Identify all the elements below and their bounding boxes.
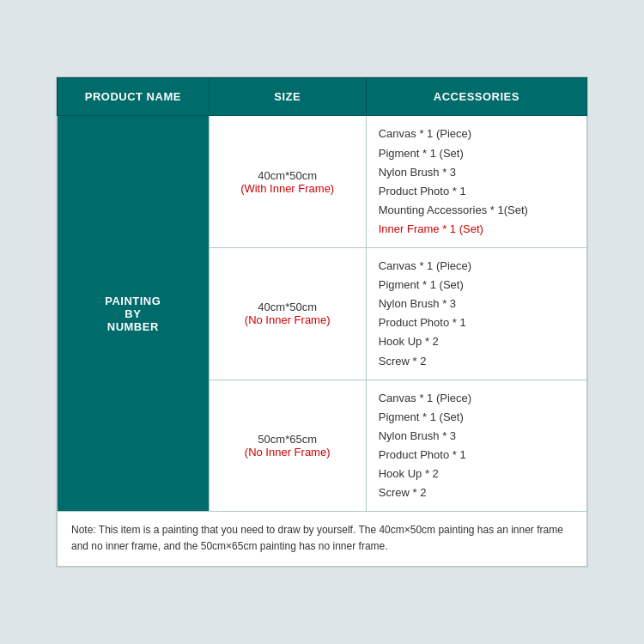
acc-item: Canvas * 1 (Piece) xyxy=(379,259,471,272)
size-main-1: 40cm*50cm xyxy=(222,169,354,182)
acc-item: Pigment * 1 (Set) xyxy=(379,147,464,160)
accessories-cell-3: Canvas * 1 (Piece) Pigment * 1 (Set) Nyl… xyxy=(366,380,586,512)
product-table-wrapper: PRODUCT NAME SIZE ACCESSORIES PAINTINGBY… xyxy=(56,76,588,567)
size-cell-2: 40cm*50cm (No Inner Frame) xyxy=(209,248,366,380)
size-note-1: (With Inner Frame) xyxy=(222,182,354,195)
acc-item: Hook Up * 2 xyxy=(379,467,439,480)
accessories-cell-2: Canvas * 1 (Piece) Pigment * 1 (Set) Nyl… xyxy=(366,248,586,380)
size-cell-3: 50cm*65cm (No Inner Frame) xyxy=(209,380,366,512)
acc-item: Product Photo * 1 xyxy=(379,316,466,329)
size-main-2: 40cm*50cm xyxy=(222,301,354,313)
header-size: SIZE xyxy=(209,78,366,116)
note-cell: Note: This item is a painting that you n… xyxy=(58,512,587,566)
size-main-3: 50cm*65cm xyxy=(222,433,354,446)
acc-item: Product Photo * 1 xyxy=(379,448,466,461)
acc-item: Pigment * 1 (Set) xyxy=(379,278,464,291)
header-product-name: PRODUCT NAME xyxy=(58,78,210,116)
product-table: PRODUCT NAME SIZE ACCESSORIES PAINTINGBY… xyxy=(57,77,587,566)
size-cell-1: 40cm*50cm (With Inner Frame) xyxy=(209,116,366,248)
size-note-3: (No Inner Frame) xyxy=(222,446,354,459)
acc-item: Screw * 2 xyxy=(379,486,427,499)
acc-item: Product Photo * 1 xyxy=(379,185,466,197)
acc-item: Pigment * 1 (Set) xyxy=(379,410,464,423)
header-accessories: ACCESSORIES xyxy=(366,78,586,116)
acc-item-red: Inner Frame * 1 (Set) xyxy=(379,222,483,235)
size-note-2: (No Inner Frame) xyxy=(222,313,354,326)
product-name-cell: PAINTINGBYNUMBER xyxy=(58,116,210,512)
table-row: PAINTINGBYNUMBER 40cm*50cm (With Inner F… xyxy=(58,116,587,248)
note-row: Note: This item is a painting that you n… xyxy=(58,512,587,566)
acc-item: Mounting Accessories * 1(Set) xyxy=(379,204,528,216)
acc-item: Nylon Brush * 3 xyxy=(379,166,456,179)
acc-item: Canvas * 1 (Piece) xyxy=(379,127,471,140)
acc-item: Hook Up * 2 xyxy=(379,335,439,348)
acc-item: Screw * 2 xyxy=(379,355,427,368)
accessories-cell-1: Canvas * 1 (Piece) Pigment * 1 (Set) Nyl… xyxy=(366,116,586,248)
acc-item: Canvas * 1 (Piece) xyxy=(379,392,471,404)
acc-item: Nylon Brush * 3 xyxy=(379,429,456,442)
table-header-row: PRODUCT NAME SIZE ACCESSORIES xyxy=(58,78,587,116)
acc-item: Nylon Brush * 3 xyxy=(379,297,456,310)
